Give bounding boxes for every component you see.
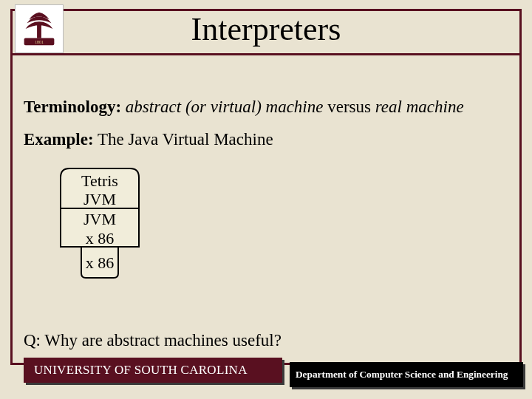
terminology-line: Terminology: abstract (or virtual) machi…: [24, 98, 464, 117]
example-text: The Java Virtual Machine: [98, 130, 273, 149]
terminology-label: Terminology:: [24, 98, 121, 116]
stack-interpreter: JVM: [59, 210, 140, 229]
palmetto-logo-icon: 1801: [16, 5, 63, 52]
slide: 1801 Interpreters Terminology: abstract …: [0, 0, 532, 399]
example-label: Example:: [24, 130, 94, 149]
stack-lang-1: JVM: [59, 190, 140, 209]
university-logo: 1801: [15, 4, 64, 53]
terminology-abstract: abstract (or virtual) machine: [126, 98, 324, 116]
slide-title: Interpreters: [0, 10, 532, 48]
svg-rect-1: [37, 24, 41, 38]
terminology-real: real machine: [375, 98, 464, 116]
svg-text:1801: 1801: [35, 40, 44, 44]
title-underline: [13, 53, 519, 55]
question-line: Q: Why are abstract machines useful?: [24, 331, 282, 350]
example-line: Example: The Java Virtual Machine: [24, 130, 273, 149]
terminology-versus: versus: [327, 98, 375, 116]
stack-lang-2: x 86: [59, 229, 140, 248]
footer-department: Department of Computer Science and Engin…: [290, 362, 523, 387]
stack-program: Tetris: [59, 171, 140, 191]
footer-university: UNIVERSITY OF SOUTH CAROLINA: [24, 358, 282, 383]
stack-machine: x 86: [59, 253, 140, 273]
